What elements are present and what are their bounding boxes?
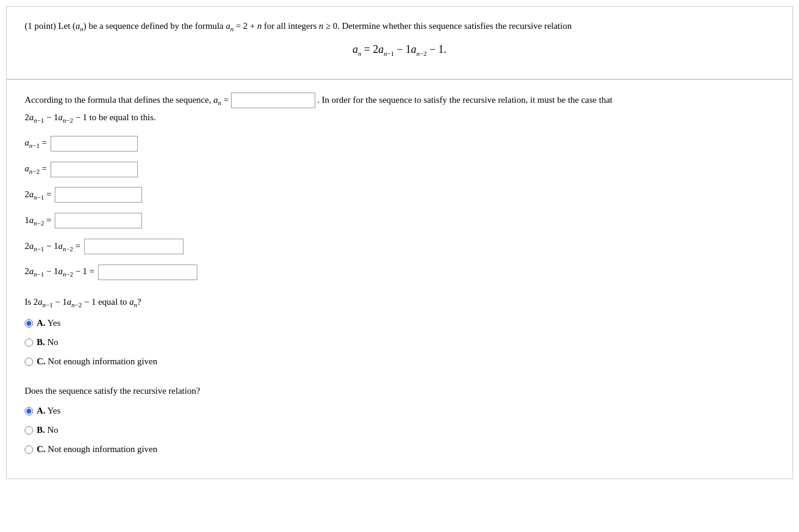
intro-sentence: According to the formula that defines th…: [25, 92, 774, 127]
question-1-options: A. Yes B. No C. Not enough information g…: [25, 315, 774, 370]
q1-label-b: B. No: [37, 334, 58, 350]
q1-radio-b[interactable]: [25, 338, 33, 347]
row-label-combo1: 2an−1 − 1an−2 =: [25, 238, 81, 255]
question-1-section: Is 2an−1 − 1an−2 − 1 equal to an? A. Yes…: [25, 294, 774, 370]
q2-option-c[interactable]: C. Not enough information given: [25, 441, 774, 457]
q2-radio-a[interactable]: [25, 407, 33, 415]
question-1-text: Is 2an−1 − 1an−2 − 1 equal to an?: [25, 294, 774, 311]
q2-label-c: C. Not enough information given: [37, 441, 157, 457]
input-2an1[interactable]: [55, 187, 142, 203]
q1-label-a: A. Yes: [37, 315, 61, 331]
q2-radio-b[interactable]: [25, 426, 33, 435]
row-label-2an1: 2an−1 =: [25, 186, 51, 204]
q1-radio-c[interactable]: [25, 358, 33, 366]
q1-label-c: C. Not enough information given: [37, 353, 157, 370]
input-1an2[interactable]: [55, 213, 142, 228]
main-formula: an = 2an−1 − 1an−2 − 1.: [25, 35, 774, 70]
q2-label-b: B. No: [37, 422, 58, 438]
row-label-combo2: 2an−1 − 1an−2 − 1 =: [25, 263, 94, 281]
intro-text-2: . In order for the sequence to satisfy t…: [317, 95, 612, 105]
input-an2[interactable]: [51, 162, 138, 177]
intro-text-1: According to the formula that defines th…: [25, 95, 229, 105]
q2-label-a: A. Yes: [37, 403, 61, 419]
input-combo2[interactable]: [98, 264, 197, 280]
intro-text-3: 2an−1 − 1an−2 − 1 to be equal to this.: [25, 112, 156, 122]
input-an1[interactable]: [51, 136, 138, 151]
question-2-section: Does the sequence satisfy the recursive …: [25, 383, 774, 457]
question-header: (1 point) Let (an) be a sequence defined…: [7, 7, 792, 79]
q1-radio-a[interactable]: [25, 319, 33, 328]
q1-option-c[interactable]: C. Not enough information given: [25, 353, 774, 370]
row-label-1an2: 1an−2 =: [25, 212, 51, 230]
row-2an1-minus-1an2: 2an−1 − 1an−2 =: [25, 238, 774, 255]
row-label-an1: an−1 =: [25, 135, 47, 152]
q1-option-a[interactable]: A. Yes: [25, 315, 774, 331]
row-an-minus-1: an−1 =: [25, 135, 774, 152]
row-label-an2: an−2 =: [25, 161, 47, 178]
q2-radio-c[interactable]: [25, 445, 33, 454]
point-label: (1 point) Let (an) be a sequence defined…: [25, 21, 572, 31]
row-2an1-minus-1an2-minus-1: 2an−1 − 1an−2 − 1 =: [25, 263, 774, 281]
row-1an-minus-2: 1an−2 =: [25, 212, 774, 230]
row-2an-minus-1: 2an−1 =: [25, 186, 774, 204]
q2-option-a[interactable]: A. Yes: [25, 403, 774, 419]
question-2-text: Does the sequence satisfy the recursive …: [25, 383, 774, 399]
an-input[interactable]: [231, 93, 315, 108]
q2-option-b[interactable]: B. No: [25, 422, 774, 438]
question-2-options: A. Yes B. No C. Not enough information g…: [25, 403, 774, 457]
q1-option-b[interactable]: B. No: [25, 334, 774, 350]
question-body: According to the formula that defines th…: [7, 80, 792, 478]
header-text: (1 point) Let (an) be a sequence defined…: [25, 19, 774, 35]
row-an-minus-2: an−2 =: [25, 161, 774, 178]
input-combo1[interactable]: [84, 239, 184, 254]
